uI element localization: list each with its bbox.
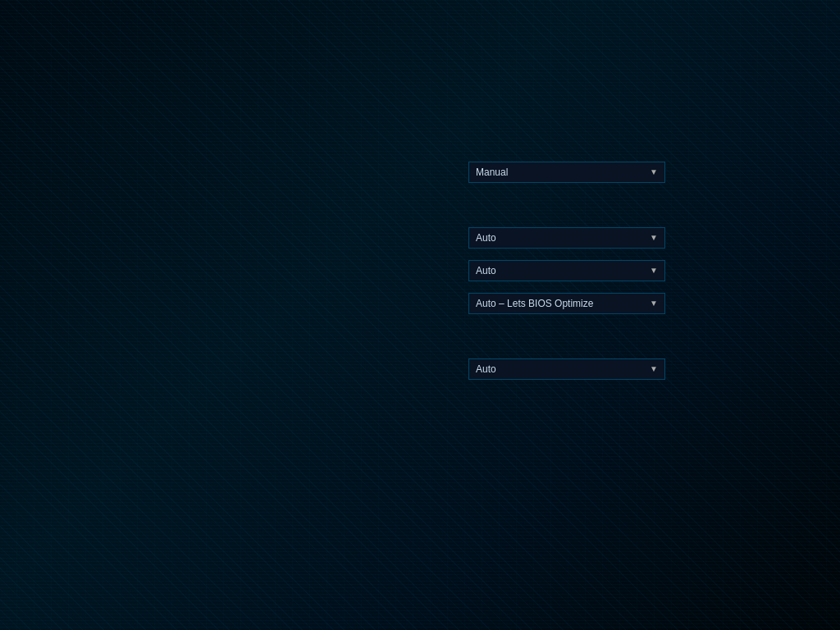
chevron-down-icon-3: ▼ <box>650 266 658 275</box>
setting-value-intel-adaptive[interactable]: Auto ▼ <box>468 260 665 281</box>
dropdown-ai-overclock[interactable]: Manual ▼ <box>468 162 665 183</box>
dropdown-bclk-spread[interactable]: Auto ▼ <box>468 227 665 249</box>
dropdown-svid[interactable]: Auto ▼ <box>468 358 665 380</box>
setting-value-bclk-spread[interactable]: Auto ▼ <box>468 227 665 249</box>
dropdown-value-svid: Auto <box>476 363 496 375</box>
dropdown-multicore[interactable]: Auto – Lets BIOS Optimize ▼ <box>468 293 665 314</box>
chevron-down-icon: ▼ <box>650 167 658 176</box>
dropdown-value-bclk-spread: Auto <box>476 232 496 244</box>
chevron-down-icon-2: ▼ <box>650 233 658 242</box>
dropdown-value-multicore: Auto – Lets BIOS Optimize <box>476 298 593 309</box>
setting-value-svid[interactable]: Auto ▼ <box>468 358 665 380</box>
dropdown-value-ai-overclock: Manual <box>476 167 508 178</box>
chevron-down-icon-4: ▼ <box>650 299 658 308</box>
dropdown-value-intel-adaptive: Auto <box>476 265 496 276</box>
setting-value-multicore[interactable]: Auto – Lets BIOS Optimize ▼ <box>468 293 665 314</box>
dropdown-intel-adaptive[interactable]: Auto ▼ <box>468 260 665 281</box>
chevron-down-icon-5: ▼ <box>650 364 658 373</box>
setting-value-ai-overclock[interactable]: Manual ▼ <box>468 162 665 183</box>
